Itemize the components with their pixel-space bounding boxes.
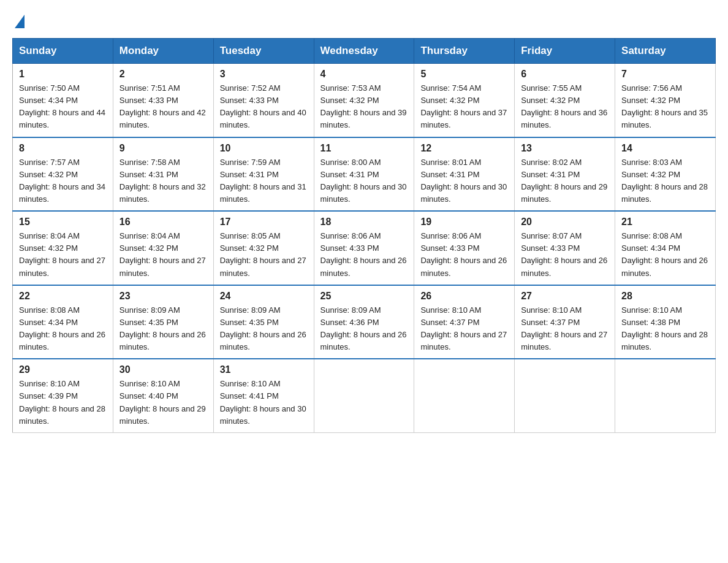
day-info: Sunrise: 7:56 AMSunset: 4:32 PMDaylight:… xyxy=(621,83,708,129)
day-info: Sunrise: 8:02 AMSunset: 4:31 PMDaylight:… xyxy=(521,158,607,204)
calendar-day-cell: 11 Sunrise: 8:00 AMSunset: 4:31 PMDaylig… xyxy=(314,137,414,212)
day-number: 17 xyxy=(220,216,308,228)
day-number: 6 xyxy=(521,69,609,80)
calendar-day-cell: 21 Sunrise: 8:08 AMSunset: 4:34 PMDaylig… xyxy=(615,211,716,285)
calendar-day-cell: 9 Sunrise: 7:58 AMSunset: 4:31 PMDayligh… xyxy=(113,137,213,212)
day-number: 30 xyxy=(119,364,207,375)
day-number: 5 xyxy=(420,69,508,80)
calendar-day-cell: 27 Sunrise: 8:10 AMSunset: 4:37 PMDaylig… xyxy=(515,285,615,359)
day-info: Sunrise: 7:58 AMSunset: 4:31 PMDaylight:… xyxy=(119,158,206,204)
calendar-day-cell: 4 Sunrise: 7:53 AMSunset: 4:32 PMDayligh… xyxy=(314,64,414,137)
day-info: Sunrise: 7:53 AMSunset: 4:32 PMDaylight:… xyxy=(320,83,407,129)
calendar-day-cell: 23 Sunrise: 8:09 AMSunset: 4:35 PMDaylig… xyxy=(113,285,213,359)
day-info: Sunrise: 8:04 AMSunset: 4:32 PMDaylight:… xyxy=(119,231,206,277)
calendar-day-cell: 20 Sunrise: 8:07 AMSunset: 4:33 PMDaylig… xyxy=(515,211,615,285)
calendar-day-cell: 25 Sunrise: 8:09 AMSunset: 4:36 PMDaylig… xyxy=(314,285,414,359)
day-info: Sunrise: 8:10 AMSunset: 4:37 PMDaylight:… xyxy=(420,305,507,351)
day-number: 29 xyxy=(19,364,107,375)
calendar-day-cell: 22 Sunrise: 8:08 AMSunset: 4:34 PMDaylig… xyxy=(13,285,113,359)
day-number: 9 xyxy=(119,143,207,154)
calendar-day-cell: 2 Sunrise: 7:51 AMSunset: 4:33 PMDayligh… xyxy=(113,64,213,137)
day-info: Sunrise: 8:10 AMSunset: 4:38 PMDaylight:… xyxy=(621,305,708,351)
day-info: Sunrise: 8:06 AMSunset: 4:33 PMDaylight:… xyxy=(320,231,407,277)
calendar-week-row: 1 Sunrise: 7:50 AMSunset: 4:34 PMDayligh… xyxy=(13,64,716,137)
day-number: 27 xyxy=(521,291,609,302)
day-number: 14 xyxy=(621,143,709,154)
day-info: Sunrise: 8:08 AMSunset: 4:34 PMDaylight:… xyxy=(19,305,105,351)
day-number: 3 xyxy=(220,69,308,80)
calendar-week-row: 22 Sunrise: 8:08 AMSunset: 4:34 PMDaylig… xyxy=(13,285,716,359)
day-info: Sunrise: 7:50 AMSunset: 4:34 PMDaylight:… xyxy=(19,83,105,129)
day-info: Sunrise: 8:03 AMSunset: 4:32 PMDaylight:… xyxy=(621,158,708,204)
calendar-day-cell: 5 Sunrise: 7:54 AMSunset: 4:32 PMDayligh… xyxy=(414,64,515,137)
day-number: 4 xyxy=(320,69,408,80)
day-info: Sunrise: 8:09 AMSunset: 4:35 PMDaylight:… xyxy=(220,305,306,351)
day-info: Sunrise: 8:07 AMSunset: 4:33 PMDaylight:… xyxy=(521,231,607,277)
day-of-week-header: Monday xyxy=(113,39,213,64)
calendar-week-row: 29 Sunrise: 8:10 AMSunset: 4:39 PMDaylig… xyxy=(13,359,716,432)
day-number: 21 xyxy=(621,216,709,228)
day-number: 7 xyxy=(621,69,709,80)
day-info: Sunrise: 7:51 AMSunset: 4:33 PMDaylight:… xyxy=(119,83,206,129)
calendar-day-cell xyxy=(314,359,414,432)
calendar-table: SundayMondayTuesdayWednesdayThursdayFrid… xyxy=(12,38,716,433)
day-info: Sunrise: 7:57 AMSunset: 4:32 PMDaylight:… xyxy=(19,158,105,204)
day-info: Sunrise: 7:52 AMSunset: 4:33 PMDaylight:… xyxy=(220,83,306,129)
calendar-header-row: SundayMondayTuesdayWednesdayThursdayFrid… xyxy=(13,39,716,64)
day-info: Sunrise: 7:59 AMSunset: 4:31 PMDaylight:… xyxy=(220,158,306,204)
day-number: 16 xyxy=(119,216,207,228)
day-number: 31 xyxy=(220,364,308,375)
day-info: Sunrise: 8:00 AMSunset: 4:31 PMDaylight:… xyxy=(320,158,407,204)
day-of-week-header: Sunday xyxy=(13,39,113,64)
day-info: Sunrise: 8:05 AMSunset: 4:32 PMDaylight:… xyxy=(220,231,306,277)
calendar-day-cell: 13 Sunrise: 8:02 AMSunset: 4:31 PMDaylig… xyxy=(515,137,615,212)
day-number: 20 xyxy=(521,216,609,228)
day-number: 25 xyxy=(320,291,408,302)
calendar-week-row: 8 Sunrise: 7:57 AMSunset: 4:32 PMDayligh… xyxy=(13,137,716,212)
calendar-day-cell: 31 Sunrise: 8:10 AMSunset: 4:41 PMDaylig… xyxy=(213,359,314,432)
calendar-day-cell: 3 Sunrise: 7:52 AMSunset: 4:33 PMDayligh… xyxy=(213,64,314,137)
day-of-week-header: Wednesday xyxy=(314,39,414,64)
day-number: 2 xyxy=(119,69,207,80)
calendar-day-cell xyxy=(515,359,615,432)
calendar-day-cell: 28 Sunrise: 8:10 AMSunset: 4:38 PMDaylig… xyxy=(615,285,716,359)
calendar-day-cell: 24 Sunrise: 8:09 AMSunset: 4:35 PMDaylig… xyxy=(213,285,314,359)
day-info: Sunrise: 8:10 AMSunset: 4:37 PMDaylight:… xyxy=(521,305,607,351)
day-info: Sunrise: 8:10 AMSunset: 4:41 PMDaylight:… xyxy=(220,379,306,425)
calendar-day-cell: 15 Sunrise: 8:04 AMSunset: 4:32 PMDaylig… xyxy=(13,211,113,285)
calendar-day-cell: 18 Sunrise: 8:06 AMSunset: 4:33 PMDaylig… xyxy=(314,211,414,285)
day-number: 24 xyxy=(220,291,308,302)
calendar-day-cell: 19 Sunrise: 8:06 AMSunset: 4:33 PMDaylig… xyxy=(414,211,515,285)
day-number: 28 xyxy=(621,291,709,302)
logo-triangle-icon xyxy=(15,15,25,28)
calendar-day-cell: 1 Sunrise: 7:50 AMSunset: 4:34 PMDayligh… xyxy=(13,64,113,137)
day-info: Sunrise: 7:54 AMSunset: 4:32 PMDaylight:… xyxy=(420,83,507,129)
calendar-day-cell: 26 Sunrise: 8:10 AMSunset: 4:37 PMDaylig… xyxy=(414,285,515,359)
day-number: 22 xyxy=(19,291,107,302)
day-number: 19 xyxy=(420,216,508,228)
day-info: Sunrise: 8:08 AMSunset: 4:34 PMDaylight:… xyxy=(621,231,708,277)
calendar-day-cell: 7 Sunrise: 7:56 AMSunset: 4:32 PMDayligh… xyxy=(615,64,716,137)
day-of-week-header: Friday xyxy=(515,39,615,64)
day-info: Sunrise: 8:09 AMSunset: 4:36 PMDaylight:… xyxy=(320,305,407,351)
day-of-week-header: Tuesday xyxy=(213,39,314,64)
day-info: Sunrise: 7:55 AMSunset: 4:32 PMDaylight:… xyxy=(521,83,607,129)
logo xyxy=(12,12,27,28)
day-info: Sunrise: 8:09 AMSunset: 4:35 PMDaylight:… xyxy=(119,305,206,351)
calendar-day-cell: 6 Sunrise: 7:55 AMSunset: 4:32 PMDayligh… xyxy=(515,64,615,137)
day-info: Sunrise: 8:01 AMSunset: 4:31 PMDaylight:… xyxy=(420,158,507,204)
day-info: Sunrise: 8:10 AMSunset: 4:40 PMDaylight:… xyxy=(119,379,206,425)
calendar-day-cell: 29 Sunrise: 8:10 AMSunset: 4:39 PMDaylig… xyxy=(13,359,113,432)
day-info: Sunrise: 8:06 AMSunset: 4:33 PMDaylight:… xyxy=(420,231,507,277)
calendar-day-cell: 14 Sunrise: 8:03 AMSunset: 4:32 PMDaylig… xyxy=(615,137,716,212)
day-info: Sunrise: 8:10 AMSunset: 4:39 PMDaylight:… xyxy=(19,379,105,425)
calendar-day-cell: 10 Sunrise: 7:59 AMSunset: 4:31 PMDaylig… xyxy=(213,137,314,212)
day-number: 15 xyxy=(19,216,107,228)
calendar-day-cell xyxy=(615,359,716,432)
day-number: 13 xyxy=(521,143,609,154)
day-number: 26 xyxy=(420,291,508,302)
calendar-day-cell: 8 Sunrise: 7:57 AMSunset: 4:32 PMDayligh… xyxy=(13,137,113,212)
day-number: 11 xyxy=(320,143,408,154)
day-of-week-header: Saturday xyxy=(615,39,716,64)
day-number: 10 xyxy=(220,143,308,154)
